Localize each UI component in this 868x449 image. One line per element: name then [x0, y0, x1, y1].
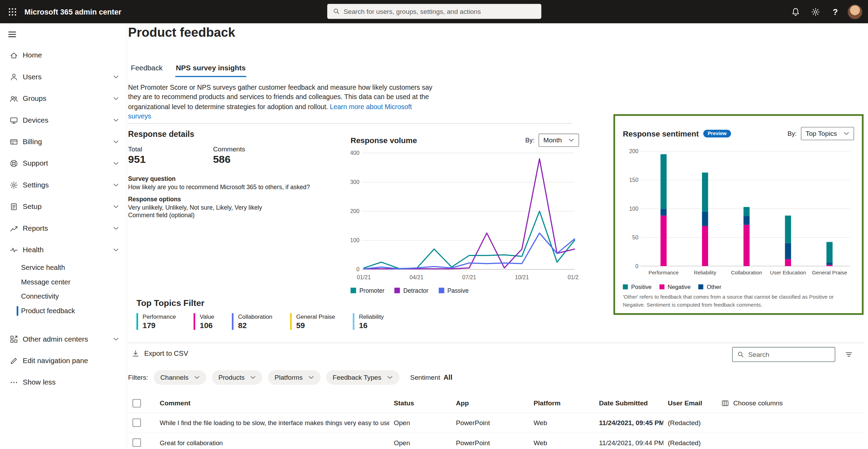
select-all-checkbox[interactable] [132, 399, 141, 407]
chevron-down-icon [387, 376, 392, 379]
row-checkbox[interactable] [132, 439, 141, 447]
sidebar-item-support[interactable]: Support [0, 152, 127, 174]
volume-legend: PromoterDetractorPassive [350, 287, 579, 294]
billing-icon [9, 137, 18, 146]
svg-text:200: 200 [629, 148, 639, 154]
volume-by-dropdown[interactable]: Month [538, 134, 579, 147]
help-button[interactable]: ? [827, 3, 843, 20]
column-header-date-submitted[interactable]: Date Submitted [594, 399, 663, 407]
chevron-down-icon [844, 132, 849, 135]
export-csv-button[interactable]: Export to CSV [131, 349, 188, 358]
topic-filter-reliability[interactable]: Reliability 16 [353, 313, 384, 330]
sentiment-filter-label: Sentiment [410, 373, 440, 381]
sidebar-item-label: Edit navigation pane [23, 356, 88, 365]
comments-metric: Comments 586 [213, 145, 298, 166]
filter-button[interactable] [842, 350, 855, 361]
table-header: Comment Status App Platform Date Submitt… [128, 394, 866, 412]
tabs: Feedback NPS survey insights [130, 61, 258, 77]
settings-button[interactable] [808, 3, 823, 20]
legend-other: Other [698, 283, 721, 290]
sentiment-by-dropdown[interactable]: Top Topics [801, 127, 854, 140]
filters-label: Filters: [128, 373, 148, 381]
topic-label: General Praise [296, 313, 335, 320]
email-cell: (Redacted) [663, 439, 717, 446]
tab-nps-survey-insights[interactable]: NPS survey insights [175, 61, 246, 77]
sidebar-item-groups[interactable]: Groups [0, 88, 127, 109]
filter-channels[interactable]: Channels [154, 370, 206, 385]
column-header-user-email[interactable]: User Email [663, 399, 717, 407]
filter-pills: ChannelsProductsPlatformsFeedback Types [154, 370, 399, 385]
comment-cell: While I find the file loading to be slow… [154, 419, 389, 426]
topic-filter-performance[interactable]: Performance 179 [137, 313, 176, 330]
table-row[interactable]: While I find the file loading to be slow… [128, 412, 866, 432]
app-launcher-button[interactable] [0, 0, 24, 23]
column-header-platform[interactable]: Platform [529, 399, 594, 407]
column-header-status[interactable]: Status [389, 399, 451, 407]
table-row[interactable]: Great for collaboration Open PowerPoint … [128, 432, 866, 449]
table-search[interactable] [732, 347, 835, 362]
settings-icon [9, 181, 18, 190]
sidebar-item-label: Support [23, 159, 48, 167]
hamburger-icon [7, 29, 17, 39]
sidebar-item-service-health[interactable]: Service health [0, 261, 127, 275]
sidebar-item-label: Home [23, 51, 42, 59]
response-details-heading: Response details [128, 130, 345, 139]
avatar[interactable] [848, 4, 862, 19]
global-search[interactable] [327, 4, 541, 19]
svg-text:300: 300 [350, 179, 359, 185]
sidebar-item-label: Reports [23, 224, 48, 232]
svg-text:Collaboration: Collaboration [731, 270, 762, 275]
sidebar-item-settings[interactable]: Settings [0, 174, 127, 195]
row-checkbox[interactable] [132, 419, 141, 427]
sidebar-item-users[interactable]: Users [0, 66, 127, 87]
column-header-comment[interactable]: Comment [154, 399, 389, 407]
table-search-input[interactable] [748, 351, 830, 358]
response-options-text: Very unlikely, Unlikely, Not sure, Likel… [128, 204, 345, 211]
notifications-button[interactable] [788, 3, 803, 20]
sentiment-chart-title: Response sentiment [623, 129, 699, 138]
app-cell: PowerPoint [451, 419, 529, 426]
status-cell: Open [389, 419, 451, 426]
chevron-down-icon [194, 376, 200, 379]
filter-platforms[interactable]: Platforms [268, 370, 321, 385]
choose-columns-button[interactable]: Choose columns [721, 399, 783, 407]
topic-filter-collaboration[interactable]: Collaboration 82 [232, 313, 272, 330]
sidebar-item-label: Users [23, 73, 42, 81]
sidebar-item-reports[interactable]: Reports [0, 217, 127, 239]
comments-label: Comments [213, 145, 298, 153]
app-launcher-icon [8, 7, 17, 16]
sidebar-item-other-admin-centers[interactable]: Other admin centers [0, 328, 127, 350]
sidebar-item-label: Service health [21, 264, 65, 272]
topic-filter-general-praise[interactable]: General Praise 59 [290, 313, 335, 330]
date-cell: 11/24/2021, 09:45 PM [594, 419, 663, 426]
sidebar-nav: HomeUsersGroupsDevicesBillingSupportSett… [0, 44, 127, 393]
survey-question-text: How likely are you to recommend Microsof… [128, 184, 345, 190]
sidebar-item-billing[interactable]: Billing [0, 131, 127, 152]
sidebar-item-edit-navigation-pane[interactable]: Edit navigation pane [0, 350, 127, 371]
legend-promoter: Promoter [350, 287, 384, 294]
sidebar-item-show-less[interactable]: Show less [0, 371, 127, 393]
filter-feedback-types[interactable]: Feedback Types [326, 370, 399, 385]
sidebar-item-setup[interactable]: Setup [0, 196, 127, 217]
collapse-navigation-button[interactable] [7, 29, 20, 40]
tab-feedback[interactable]: Feedback [130, 61, 163, 77]
topic-filter-value[interactable]: Value 106 [194, 313, 214, 330]
sidebar-item-connectivity[interactable]: Connectivity [0, 289, 127, 304]
legend-positive: Positive [623, 283, 652, 290]
filter-pill-label: Channels [160, 373, 188, 381]
sidebar-item-devices[interactable]: Devices [0, 109, 127, 131]
sentiment-filter[interactable]: Sentiment All [410, 373, 452, 381]
sidebar-item-product-feedback[interactable]: Product feedback [0, 304, 127, 318]
filter-products[interactable]: Products [212, 370, 262, 385]
sidebar-item-health[interactable]: Health [0, 239, 127, 261]
svg-text:General Praise: General Praise [812, 270, 847, 275]
sidebar-item-label: Other admin centers [23, 335, 88, 343]
topic-value: 59 [296, 321, 335, 330]
legend-detractor: Detractor [394, 287, 428, 294]
chevron-down-icon [113, 337, 119, 341]
sidebar-item-home[interactable]: Home [0, 44, 127, 66]
global-search-input[interactable] [344, 8, 536, 15]
sidebar-item-message-center[interactable]: Message center [0, 275, 127, 290]
column-header-app[interactable]: App [451, 399, 529, 407]
feedback-table: Comment Status App Platform Date Submitt… [128, 394, 866, 449]
